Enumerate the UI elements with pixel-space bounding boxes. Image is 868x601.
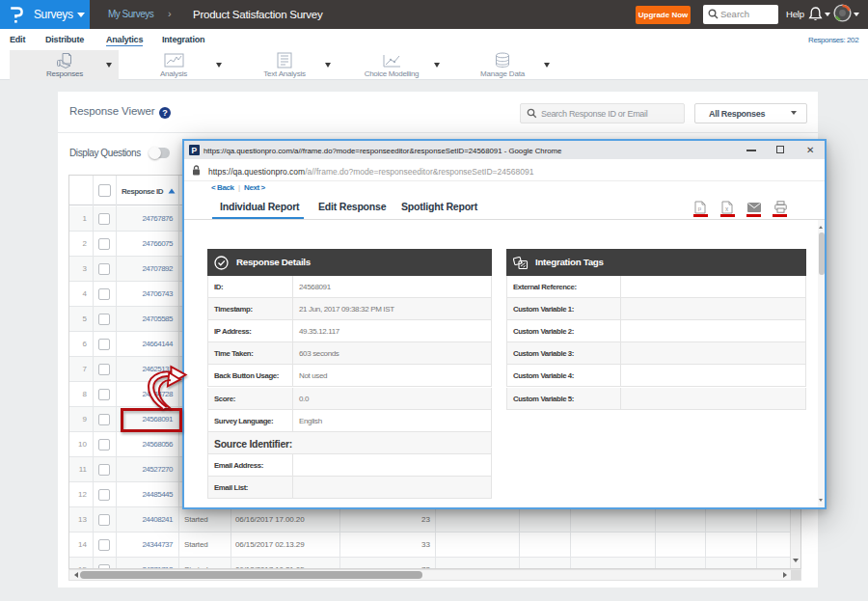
svg-text:p: p bbox=[698, 205, 702, 211]
svg-text:?: ? bbox=[162, 108, 168, 118]
svg-text:x: x bbox=[725, 205, 729, 212]
